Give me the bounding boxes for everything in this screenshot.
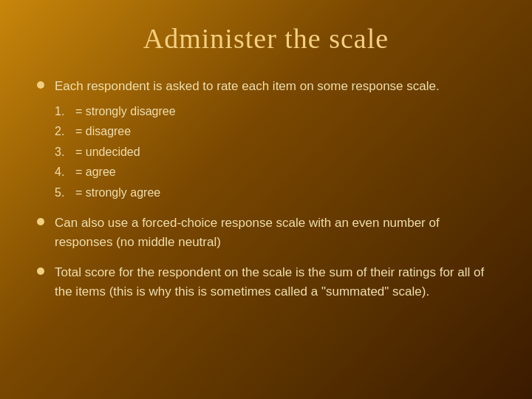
sub-num-1: 1.: [55, 102, 69, 121]
bullet-dot-1: [37, 81, 44, 89]
bullet-item-1: Each respondent is asked to rate each it…: [37, 77, 495, 202]
bullet-item-2: Can also use a forced-choice response sc…: [37, 214, 495, 251]
sub-text-3: = undecided: [75, 143, 140, 162]
sub-item-1: 1. = strongly disagree: [55, 102, 440, 121]
bullet-1-text: Each respondent is asked to rate each it…: [55, 79, 440, 93]
slide-title: Administer the scale: [37, 22, 495, 55]
sub-num-5: 5.: [55, 183, 69, 202]
sub-item-2: 2. = disagree: [55, 122, 440, 141]
sub-num-4: 4.: [55, 163, 69, 182]
slide: Administer the scale Each respondent is …: [0, 0, 532, 399]
bullet-1-content: Each respondent is asked to rate each it…: [55, 77, 440, 202]
sub-text-1: = strongly disagree: [75, 102, 176, 121]
sub-text-2: = disagree: [75, 122, 131, 141]
bullet-2-text: Can also use a forced-choice response sc…: [55, 214, 495, 251]
sub-text-5: = strongly agree: [75, 183, 160, 202]
sub-item-5: 5. = strongly agree: [55, 183, 440, 202]
sub-list-1: 1. = strongly disagree 2. = disagree 3. …: [55, 102, 440, 202]
sub-text-4: = agree: [75, 163, 116, 182]
sub-item-4: 4. = agree: [55, 163, 440, 182]
sub-num-2: 2.: [55, 122, 69, 141]
bullet-item-3: Total score for the respondent on the sc…: [37, 263, 495, 301]
bullet-3-text: Total score for the respondent on the sc…: [55, 263, 495, 301]
sub-num-3: 3.: [55, 143, 69, 162]
bullet-dot-3: [37, 267, 44, 275]
sub-item-3: 3. = undecided: [55, 143, 440, 162]
content-area: Each respondent is asked to rate each it…: [37, 77, 495, 301]
bullet-dot-2: [37, 218, 44, 225]
